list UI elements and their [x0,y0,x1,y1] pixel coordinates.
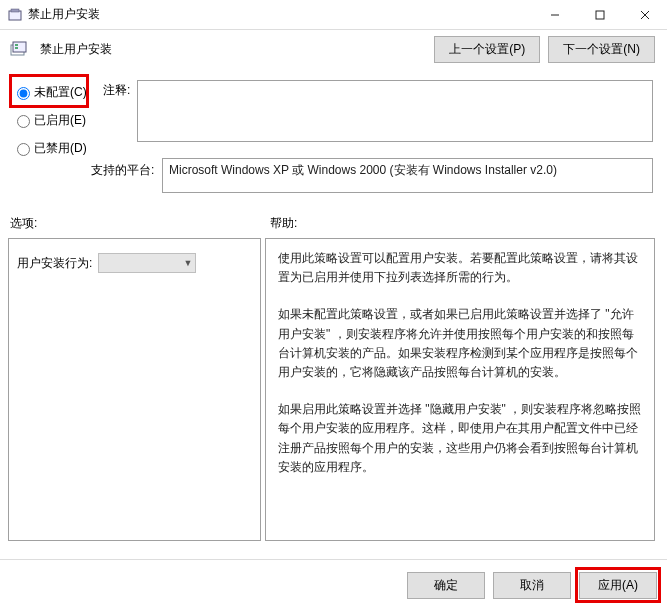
platform-text: Microsoft Windows XP 或 Windows 2000 (安装有… [169,163,557,177]
prev-setting-button[interactable]: 上一个设置(P) [434,36,540,63]
highlight-apply [575,567,661,603]
comment-textarea[interactable] [137,80,653,142]
help-paragraph-3: 如果启用此策略设置并选择 "隐藏用户安装" ，则安装程序将忽略按照每个用户安装的… [278,400,642,477]
header-title: 禁止用户安装 [40,41,112,58]
window-title: 禁止用户安装 [28,6,100,23]
close-button[interactable] [622,0,667,29]
radio-disabled-label: 已禁用(D) [34,140,87,157]
platform-box: Microsoft Windows XP 或 Windows 2000 (安装有… [162,158,653,193]
user-install-behavior-label: 用户安装行为: [17,255,92,272]
next-setting-button[interactable]: 下一个设置(N) [548,36,655,63]
options-label: 选项: [10,215,37,232]
minimize-button[interactable] [532,0,577,29]
radio-disabled[interactable]: 已禁用(D) [12,134,104,162]
policy-large-icon [10,41,34,57]
svg-rect-1 [11,9,19,12]
platform-label: 支持的平台: [91,162,154,179]
help-paragraph-2: 如果未配置此策略设置，或者如果已启用此策略设置并选择了 "允许用户安装" ，则安… [278,305,642,382]
highlight-not-configured [9,74,89,108]
svg-rect-8 [15,44,18,46]
radio-enabled[interactable]: 已启用(E) [12,106,104,134]
help-label: 帮助: [270,215,297,232]
maximize-button[interactable] [577,0,622,29]
comment-label: 注释: [103,82,130,99]
help-paragraph-1: 使用此策略设置可以配置用户安装。若要配置此策略设置，请将其设置为已启用并使用下拉… [278,249,642,287]
options-panel: 用户安装行为: ▼ [8,238,261,541]
radio-enabled-input[interactable] [17,115,30,128]
chevron-down-icon: ▼ [183,258,192,268]
radio-enabled-label: 已启用(E) [34,112,86,129]
svg-rect-9 [15,47,18,49]
radio-disabled-input[interactable] [17,143,30,156]
help-panel[interactable]: 使用此策略设置可以配置用户安装。若要配置此策略设置，请将其设置为已启用并使用下拉… [265,238,655,541]
svg-rect-0 [9,11,21,20]
titlebar: 禁止用户安装 [0,0,667,30]
cancel-button[interactable]: 取消 [493,572,571,599]
user-install-behavior-combo[interactable]: ▼ [98,253,196,273]
svg-rect-7 [13,42,26,52]
svg-rect-3 [596,11,604,19]
ok-button[interactable]: 确定 [407,572,485,599]
policy-icon [8,8,22,22]
window-controls [532,0,667,29]
footer: 确定 取消 应用(A) [0,559,667,611]
header-row: 禁止用户安装 上一个设置(P) 下一个设置(N) [0,30,667,68]
